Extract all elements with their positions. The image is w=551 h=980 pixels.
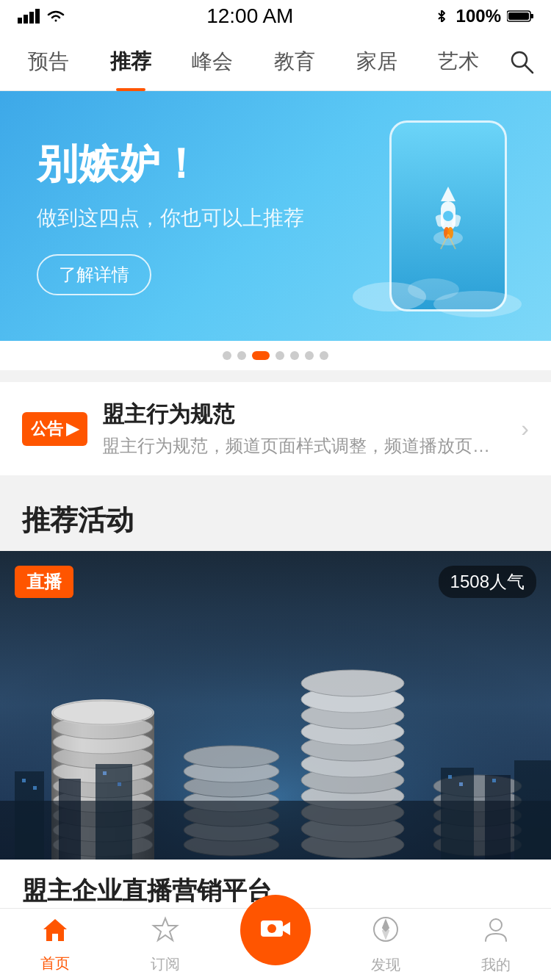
notice-arrow-right-small: ▶ [66,419,79,439]
banner-content: 别嫉妒！ 做到这四点，你也可以上推荐 了解详情 [0,107,341,325]
nav-discover-label: 发现 [371,955,400,975]
svg-rect-1 [24,15,28,24]
banner-illustration [345,106,522,326]
svg-rect-72 [459,782,463,786]
tab-summit[interactable]: 峰会 [171,32,253,91]
featured-image: 直播 1508人气 [0,551,551,860]
svg-rect-68 [33,786,37,790]
svg-rect-6 [508,12,529,20]
nav-item-record[interactable] [220,917,331,965]
nav-item-home[interactable]: 首页 [0,916,110,973]
svg-rect-67 [22,779,26,782]
svg-point-54 [301,670,404,696]
banner-dots [0,341,551,370]
notice-title: 盟主行为规范 [102,400,506,430]
search-button[interactable] [500,40,544,84]
svg-rect-71 [448,775,452,779]
dot-6[interactable] [305,351,314,360]
camera-icon [257,912,294,948]
nav-item-discover[interactable]: 发现 [331,915,441,975]
banner-title: 别嫉妒！ [37,137,304,192]
signal-icon [18,9,40,24]
svg-rect-3 [35,9,40,24]
svg-rect-62 [59,779,81,860]
svg-point-7 [512,52,527,67]
wifi-icon [46,9,66,24]
svg-point-16 [447,227,453,239]
banner-button[interactable]: 了解详情 [37,254,151,295]
section-title-recommended: 推荐活动 [0,487,551,551]
star-icon [151,915,180,950]
svg-marker-89 [283,922,290,935]
svg-rect-0 [18,18,22,24]
dot-7[interactable] [320,351,328,360]
record-button[interactable] [240,895,311,965]
compass-icon [371,915,400,951]
nav-profile-label: 我的 [481,955,511,975]
status-time: 12:00 AM [206,4,293,28]
live-badge: 直播 [15,566,73,598]
svg-marker-11 [441,187,455,201]
banner-subtitle: 做到这四点，你也可以上推荐 [37,204,304,232]
nav-home-label: 首页 [40,954,70,973]
svg-rect-65 [485,775,511,860]
svg-rect-2 [29,12,34,24]
person-icon [481,915,511,951]
svg-rect-63 [96,764,132,860]
notice-tag: 公告 ▶ [22,412,87,446]
status-signal [18,9,66,24]
rocket-illustration [419,179,478,253]
svg-rect-64 [441,768,474,860]
dot-1[interactable] [223,351,231,360]
svg-rect-5 [530,14,533,18]
tab-education[interactable]: 教育 [253,32,336,91]
dot-5[interactable] [290,351,299,360]
battery-icon [507,10,533,23]
dot-2[interactable] [237,351,246,360]
svg-line-8 [525,65,533,73]
notice-bar[interactable]: 公告 ▶ 盟主行为规范 盟主行为规范，频道页面样式调整，频道播放页更新... › [0,382,551,475]
svg-rect-70 [118,782,121,786]
svg-point-12 [443,211,453,221]
status-bar: 12:00 AM 100% [0,0,551,32]
svg-rect-69 [103,771,107,775]
svg-point-90 [267,924,276,933]
status-battery-area: 100% [434,6,533,26]
dot-3[interactable] [252,351,270,360]
tab-home-decor[interactable]: 家居 [336,32,418,91]
popularity-badge: 1508人气 [439,566,536,598]
nav-item-subscribe[interactable]: 订阅 [110,915,220,974]
svg-rect-73 [492,779,496,782]
banner-container: 别嫉妒！ 做到这四点，你也可以上推荐 了解详情 [0,91,551,370]
notice-content: 盟主行为规范 盟主行为规范，频道页面样式调整，频道播放页更新... [102,400,506,458]
battery-percent: 100% [456,6,501,26]
tab-recommend[interactable]: 推荐 [90,32,172,91]
tab-preview[interactable]: 预告 [7,32,90,91]
cloud-decoration [345,245,529,319]
home-icon [40,916,70,949]
banner-slide[interactable]: 别嫉妒！ 做到这四点，你也可以上推荐 了解详情 [0,91,551,341]
svg-point-94 [490,919,502,931]
nav-subscribe-label: 订阅 [151,954,180,974]
bottom-nav: 首页 订阅 发现 [0,908,551,980]
svg-point-36 [53,701,153,724]
svg-rect-61 [15,771,44,860]
tab-art[interactable]: 艺术 [417,32,500,91]
scroll-content: 别嫉妒！ 做到这四点，你也可以上推荐 了解详情 [0,91,551,980]
bluetooth-icon [434,10,450,22]
svg-rect-66 [514,760,551,860]
nav-item-profile[interactable]: 我的 [441,915,551,975]
notice-chevron-icon: › [521,415,529,442]
svg-marker-93 [383,928,389,938]
dot-4[interactable] [276,351,284,360]
search-icon [508,48,535,75]
svg-point-43 [184,746,279,768]
nav-tabs-bar: 预告 推荐 峰会 教育 家居 艺术 [0,32,551,91]
notice-description: 盟主行为规范，频道页面样式调整，频道播放页更新... [102,434,506,458]
svg-point-21 [408,278,459,300]
